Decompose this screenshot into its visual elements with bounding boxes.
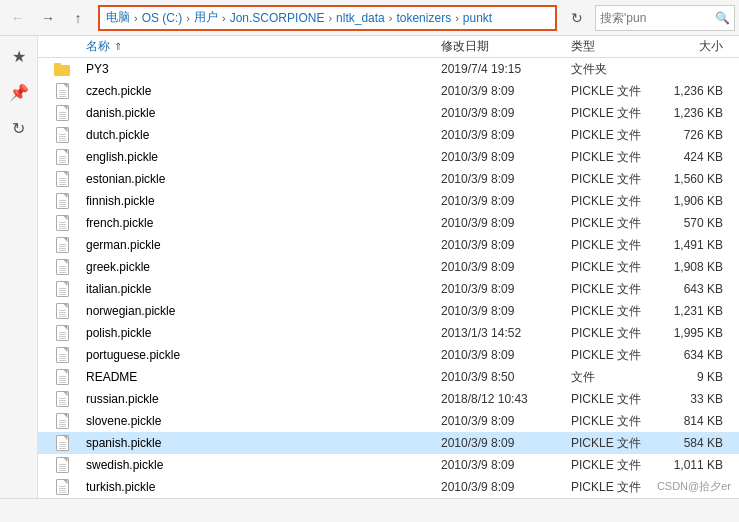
col-type-header[interactable]: 类型: [571, 38, 661, 55]
sidebar-icon-star[interactable]: ★: [3, 40, 35, 72]
file-type: PICKLE 文件: [571, 215, 661, 232]
crumb-separator: ›: [328, 12, 332, 24]
back-button[interactable]: ←: [4, 4, 32, 32]
crumb-computer[interactable]: 电脑: [104, 9, 132, 26]
file-size: 424 KB: [661, 150, 731, 164]
crumb-tokenizers[interactable]: tokenizers: [394, 11, 453, 25]
file-name: greek.pickle: [86, 260, 441, 274]
table-row[interactable]: README2010/3/9 8:50文件9 KB: [38, 366, 739, 388]
file-icon: [54, 369, 70, 385]
file-icon: [54, 149, 70, 165]
file-explorer-window: ← → ↑ 电脑 › OS (C:) › 用户 › Jon.SCORPIONE …: [0, 0, 739, 522]
file-size: 9 KB: [661, 370, 731, 384]
table-row[interactable]: czech.pickle2010/3/9 8:09PICKLE 文件1,236 …: [38, 80, 739, 102]
file-date: 2010/3/9 8:09: [441, 304, 571, 318]
file-size: 1,491 KB: [661, 238, 731, 252]
table-row[interactable]: german.pickle2010/3/9 8:09PICKLE 文件1,491…: [38, 234, 739, 256]
search-icon: 🔍: [715, 11, 730, 25]
file-name: danish.pickle: [86, 106, 441, 120]
table-row[interactable]: danish.pickle2010/3/9 8:09PICKLE 文件1,236…: [38, 102, 739, 124]
file-icon: [54, 303, 70, 319]
table-row[interactable]: norwegian.pickle2010/3/9 8:09PICKLE 文件1,…: [38, 300, 739, 322]
file-name: slovene.pickle: [86, 414, 441, 428]
table-row[interactable]: greek.pickle2010/3/9 8:09PICKLE 文件1,908 …: [38, 256, 739, 278]
table-row[interactable]: spanish.pickle2010/3/9 8:09PICKLE 文件584 …: [38, 432, 739, 454]
file-type: PICKLE 文件: [571, 83, 661, 100]
file-name: italian.pickle: [86, 282, 441, 296]
file-icon: [54, 347, 70, 363]
file-name: norwegian.pickle: [86, 304, 441, 318]
file-date: 2010/3/9 8:09: [441, 414, 571, 428]
crumb-separator: ›: [134, 12, 138, 24]
file-icon-cell: [38, 237, 86, 253]
file-icon: [54, 237, 70, 253]
table-row[interactable]: PY32019/7/4 19:15文件夹: [38, 58, 739, 80]
table-row[interactable]: polish.pickle2013/1/3 14:52PICKLE 文件1,99…: [38, 322, 739, 344]
crumb-separator: ›: [455, 12, 459, 24]
table-row[interactable]: portuguese.pickle2010/3/9 8:09PICKLE 文件6…: [38, 344, 739, 366]
crumb-punkt[interactable]: punkt: [461, 11, 494, 25]
col-size-header[interactable]: 大小: [661, 38, 731, 55]
file-type: PICKLE 文件: [571, 479, 661, 496]
file-date: 2010/3/9 8:50: [441, 370, 571, 384]
file-icon-cell: [38, 369, 86, 385]
toolbar: ← → ↑ 电脑 › OS (C:) › 用户 › Jon.SCORPIONE …: [0, 0, 739, 36]
file-date: 2013/1/3 14:52: [441, 326, 571, 340]
table-row[interactable]: slovene.pickle2010/3/9 8:09PICKLE 文件814 …: [38, 410, 739, 432]
file-type: PICKLE 文件: [571, 105, 661, 122]
file-icon-cell: [38, 61, 86, 77]
up-button[interactable]: ↑: [64, 4, 92, 32]
file-icon: [54, 171, 70, 187]
file-type: PICKLE 文件: [571, 281, 661, 298]
file-icon-cell: [38, 347, 86, 363]
file-date: 2010/3/9 8:09: [441, 436, 571, 450]
col-date-header[interactable]: 修改日期: [441, 38, 571, 55]
file-type: 文件夹: [571, 61, 661, 78]
file-name: english.pickle: [86, 150, 441, 164]
crumb-os-c[interactable]: OS (C:): [140, 11, 185, 25]
crumb-separator: ›: [389, 12, 393, 24]
table-row[interactable]: turkish.pickle2010/3/9 8:09PICKLE 文件: [38, 476, 739, 498]
file-icon: [54, 83, 70, 99]
table-row[interactable]: french.pickle2010/3/9 8:09PICKLE 文件570 K…: [38, 212, 739, 234]
file-name: finnish.pickle: [86, 194, 441, 208]
sidebar: ★ 📌 ↻: [0, 36, 38, 498]
table-row[interactable]: dutch.pickle2010/3/9 8:09PICKLE 文件726 KB: [38, 124, 739, 146]
table-row[interactable]: swedish.pickle2010/3/9 8:09PICKLE 文件1,01…: [38, 454, 739, 476]
file-type: PICKLE 文件: [571, 237, 661, 254]
table-row[interactable]: finnish.pickle2010/3/9 8:09PICKLE 文件1,90…: [38, 190, 739, 212]
address-bar[interactable]: 电脑 › OS (C:) › 用户 › Jon.SCORPIONE › nltk…: [98, 5, 557, 31]
file-date: 2010/3/9 8:09: [441, 150, 571, 164]
file-icon: [54, 127, 70, 143]
file-name: french.pickle: [86, 216, 441, 230]
file-icon-cell: [38, 127, 86, 143]
file-type: PICKLE 文件: [571, 325, 661, 342]
sidebar-icon-arrow[interactable]: ↻: [3, 112, 35, 144]
file-size: 1,236 KB: [661, 84, 731, 98]
table-row[interactable]: russian.pickle2018/8/12 10:43PICKLE 文件33…: [38, 388, 739, 410]
refresh-button[interactable]: ↻: [565, 6, 589, 30]
forward-button[interactable]: →: [34, 4, 62, 32]
file-rows: PY32019/7/4 19:15文件夹czech.pickle2010/3/9…: [38, 58, 739, 498]
file-date: 2010/3/9 8:09: [441, 84, 571, 98]
table-row[interactable]: estonian.pickle2010/3/9 8:09PICKLE 文件1,5…: [38, 168, 739, 190]
file-date: 2018/8/12 10:43: [441, 392, 571, 406]
crumb-jon[interactable]: Jon.SCORPIONE: [228, 11, 327, 25]
table-row[interactable]: italian.pickle2010/3/9 8:09PICKLE 文件643 …: [38, 278, 739, 300]
file-size: 1,995 KB: [661, 326, 731, 340]
file-date: 2010/3/9 8:09: [441, 458, 571, 472]
crumb-nltk-data[interactable]: nltk_data: [334, 11, 387, 25]
table-row[interactable]: english.pickle2010/3/9 8:09PICKLE 文件424 …: [38, 146, 739, 168]
sidebar-icon-pin[interactable]: 📌: [3, 76, 35, 108]
crumb-users[interactable]: 用户: [192, 9, 220, 26]
file-type: 文件: [571, 369, 661, 386]
file-list-container: 名称 ⇑ 修改日期 类型 大小 PY32019/7/4 19:15文件夹czec…: [38, 36, 739, 498]
search-input[interactable]: [600, 11, 713, 25]
file-name: portuguese.pickle: [86, 348, 441, 362]
file-type: PICKLE 文件: [571, 193, 661, 210]
file-icon: [54, 457, 70, 473]
file-type: PICKLE 文件: [571, 413, 661, 430]
file-name: dutch.pickle: [86, 128, 441, 142]
file-type: PICKLE 文件: [571, 171, 661, 188]
col-name-header[interactable]: 名称 ⇑: [38, 38, 441, 55]
